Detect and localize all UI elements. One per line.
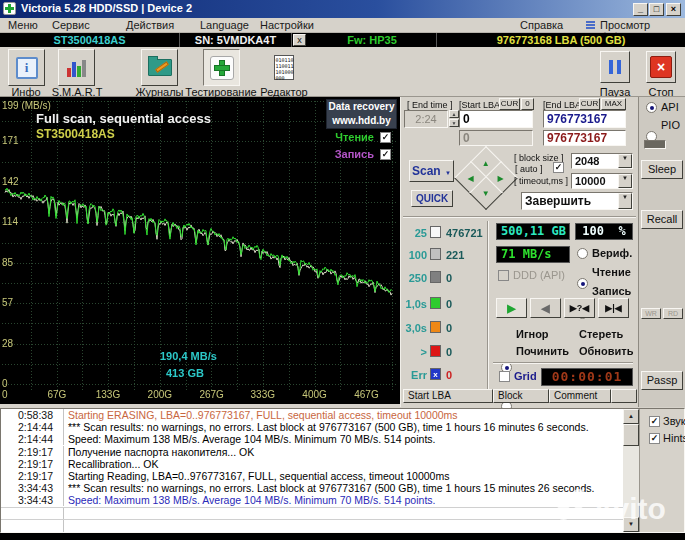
legend-read-checkbox[interactable]: ✓: [380, 132, 391, 143]
log-message: Starting ERASING, LBA=0..976773167, FULL…: [63, 409, 619, 421]
log-row[interactable]: 2:19:17Starting Reading, LBA=0..97677316…: [1, 470, 684, 482]
log-row[interactable]: [1, 519, 684, 531]
pause-button[interactable]: [600, 51, 630, 83]
log-message: *** Scan results: no warnings, no errors…: [63, 421, 619, 433]
play-icon: ▶: [507, 302, 515, 314]
close-button[interactable]: ×: [666, 3, 681, 16]
passport-button[interactable]: Passp: [641, 371, 683, 390]
menu-item-service[interactable]: Сервис: [52, 19, 90, 31]
log-time: 2:19:17: [1, 446, 53, 458]
stat-label: 1,0s: [401, 298, 427, 310]
log-row[interactable]: 2:14:44*** Scan results: no warnings, no…: [1, 421, 684, 433]
seek-test-button[interactable]: ▶?◀: [564, 298, 595, 318]
scroll-up-button[interactable]: ▲: [623, 409, 639, 424]
auto-checkbox[interactable]: ✓: [553, 162, 564, 173]
timeout-select[interactable]: 10000 ▼: [571, 173, 633, 189]
title-bar[interactable]: Victoria 5.28 HDD/SSD | Device 2 _ □ ×: [0, 0, 685, 18]
timeout-dropdown-icon[interactable]: ▼: [618, 174, 632, 188]
start-lba-input[interactable]: 0: [459, 110, 533, 128]
end-time-spin-buttons[interactable]: ▲ ▼: [449, 110, 459, 128]
log-time: 2:19:17: [1, 470, 53, 482]
stat-row: 100221: [401, 248, 487, 262]
scrollbar-thumb[interactable]: [623, 424, 639, 446]
back-button[interactable]: ◀: [530, 298, 561, 318]
mode-radio[interactable]: [577, 248, 588, 259]
step-button[interactable]: ▶|◀: [598, 298, 629, 318]
menu-item-settings[interactable]: Настройки: [260, 19, 314, 31]
defect-radio-label: Починить: [516, 345, 569, 357]
start-lba-cur-button[interactable]: CUR: [499, 98, 520, 110]
spin-down-icon[interactable]: ▼: [449, 119, 459, 127]
log-row[interactable]: 3:34:43*** Scan results: no warnings, no…: [1, 482, 684, 494]
api-radio[interactable]: [646, 102, 657, 113]
rd-button[interactable]: RD: [663, 308, 683, 319]
block-size-value: 2048: [575, 155, 599, 167]
block-size-dropdown-icon[interactable]: ▼: [618, 154, 632, 168]
end-lba-max-button[interactable]: MAX: [601, 98, 626, 110]
scan-button-label: Scan: [412, 164, 441, 178]
testing-button[interactable]: [203, 49, 240, 86]
window-title: Victoria 5.28 HDD/SSD | Device 2: [21, 2, 192, 14]
log-time: 0:58:38: [1, 409, 53, 421]
mode-radio[interactable]: [577, 278, 588, 289]
journals-icon: [148, 59, 172, 76]
end-lba-input[interactable]: 976773167: [543, 110, 626, 128]
minimize-button[interactable]: _: [633, 3, 648, 16]
log-row[interactable]: 0:58:38Starting ERASING, LBA=0..97677316…: [1, 409, 684, 421]
defect-table-header-cell[interactable]: Comment: [549, 389, 611, 403]
editor-button[interactable]: 010110 110011 101000 000: [265, 49, 302, 86]
defect-table-header-filler: [611, 389, 637, 403]
menu-item-actions[interactable]: Действия: [126, 19, 174, 31]
recall-button[interactable]: Recall: [641, 210, 683, 229]
journals-button[interactable]: [141, 49, 178, 86]
bottom-strip: [0, 533, 685, 540]
log-row[interactable]: 2:19:17Recallibration... OK: [1, 458, 684, 470]
menu-item-language[interactable]: Language: [200, 19, 249, 31]
spin-up-icon[interactable]: ▲: [449, 110, 459, 118]
stat-color-swatch: [430, 271, 441, 283]
play-button[interactable]: ▶: [496, 298, 527, 318]
wr-button[interactable]: WR: [641, 308, 661, 319]
after-scan-dropdown-icon[interactable]: ▼: [618, 193, 632, 209]
log-row[interactable]: 2:19:17Получение паспорта накопителя... …: [1, 446, 684, 458]
sound-checkbox[interactable]: ✓: [649, 416, 660, 427]
smart-button[interactable]: [58, 49, 95, 86]
log-scrollbar[interactable]: ▲ ▼: [623, 409, 639, 532]
stat-row: 3,0s0: [401, 321, 487, 335]
device-tab-close-button[interactable]: x: [293, 34, 306, 46]
mode-radio-label: Чтение: [592, 266, 631, 278]
stat-value: 0: [446, 322, 452, 334]
log-time: 2:19:17: [1, 458, 53, 470]
scroll-down-button[interactable]: ▼: [623, 517, 639, 532]
log-time: 3:34:43: [1, 494, 53, 506]
menu-item-menu[interactable]: Меню: [8, 19, 38, 31]
device-model[interactable]: ST3500418AS: [0, 33, 180, 47]
pad-left-icon: ◀: [468, 174, 474, 183]
defect-table-header-cell[interactable]: Start LBA: [403, 389, 493, 403]
stop-button[interactable]: ×: [646, 51, 676, 83]
log-row[interactable]: 2:14:44Speed: Maximum 138 MB/s. Average …: [1, 433, 684, 445]
menu-item-help[interactable]: Справка: [520, 19, 563, 31]
legend-write-checkbox[interactable]: ✓: [380, 149, 391, 160]
end-lba-cur-button[interactable]: CUR: [579, 98, 600, 110]
log-list[interactable]: 0:58:38Starting ERASING, LBA=0..97677316…: [1, 409, 684, 531]
maximize-button[interactable]: □: [649, 3, 664, 16]
quick-button[interactable]: QUICK: [411, 190, 453, 207]
log-row[interactable]: [1, 507, 684, 519]
info-button[interactable]: i: [8, 49, 45, 86]
log-time: 3:34:43: [1, 482, 53, 494]
divider: [403, 216, 636, 218]
grid-checkbox[interactable]: [499, 371, 510, 382]
end-time-spinner[interactable]: 2:24: [404, 110, 448, 128]
hints-checkbox[interactable]: ✓: [649, 433, 660, 444]
defect-radio-label: Игнор: [516, 328, 549, 340]
ddd-checkbox[interactable]: [498, 270, 509, 281]
block-size-select[interactable]: 2048 ▼: [571, 153, 633, 169]
defect-table-header-cell[interactable]: Block: [493, 389, 549, 403]
scan-button[interactable]: Scan ▼: [409, 160, 454, 182]
after-scan-action-select[interactable]: Завершить ▼: [521, 192, 633, 210]
stat-value: 0: [446, 346, 452, 358]
sleep-button[interactable]: Sleep: [641, 160, 683, 179]
log-row[interactable]: 3:34:43Speed: Maximum 138 MB/s. Average …: [1, 494, 684, 506]
start-lba-zero-button[interactable]: 0: [521, 98, 534, 110]
